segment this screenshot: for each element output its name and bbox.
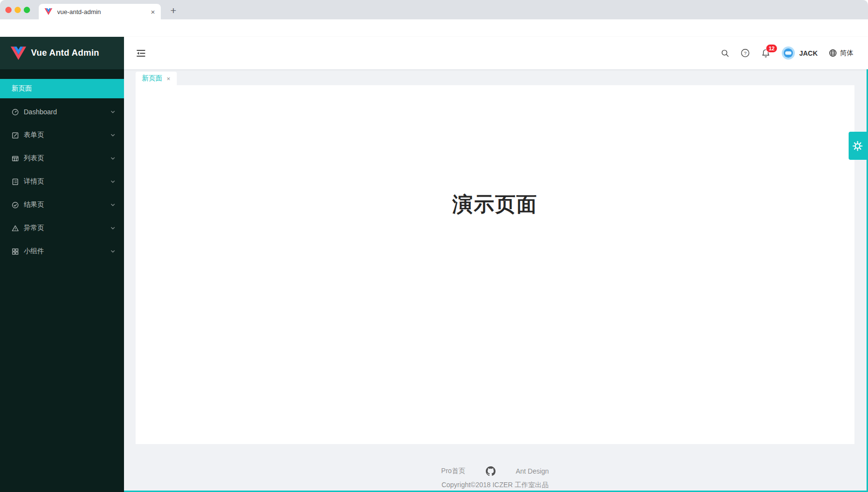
- sidebar-item-forms[interactable]: 表单页: [0, 125, 124, 145]
- page-title: 演示页面: [136, 85, 854, 218]
- tab-close-icon[interactable]: ×: [151, 8, 155, 15]
- chevron-down-icon: [110, 109, 115, 114]
- sidebar-item-widgets[interactable]: 小组件: [0, 242, 124, 261]
- gear-icon: [852, 140, 863, 152]
- check-circle-icon: [12, 201, 19, 209]
- sidebar-item-label: 详情页: [24, 177, 106, 186]
- window-close-button[interactable]: [5, 7, 12, 13]
- browser-tab-title: vue-antd-admin: [57, 8, 146, 15]
- language-switcher[interactable]: 简体: [829, 49, 853, 58]
- globe-icon: [829, 49, 837, 57]
- sidebar-item-lists[interactable]: 列表页: [0, 149, 124, 168]
- app-header: ? 12 JACK 简体: [124, 37, 868, 69]
- vue-logo-icon: [11, 46, 26, 60]
- sidebar-item-details[interactable]: 详情页: [0, 172, 124, 191]
- browser-tab-strip: vue-antd-admin × +: [0, 0, 868, 19]
- table-icon: [12, 155, 19, 162]
- page-panel: 演示页面: [136, 85, 854, 444]
- sidebar-item-label: 异常页: [24, 224, 106, 232]
- sidebar-item-new-page[interactable]: 新页面: [0, 79, 124, 98]
- chevron-down-icon: [110, 133, 115, 138]
- footer: Pro首页 Ant Design Copyright©2018 ICZER 工作…: [136, 466, 854, 490]
- copyright-text: Copyright©2018 ICZER 工作室出品: [136, 481, 854, 490]
- svg-text:?: ?: [744, 50, 747, 56]
- chevron-down-icon: [110, 249, 115, 254]
- sidebar-item-results[interactable]: 结果页: [0, 195, 124, 215]
- window-minimize-button[interactable]: [15, 7, 21, 13]
- appstore-icon: [12, 248, 19, 255]
- chevron-down-icon: [110, 156, 115, 161]
- browser-tab[interactable]: vue-antd-admin ×: [39, 4, 161, 19]
- vue-favicon: [45, 8, 52, 15]
- sidebar-item-label: Dashboard: [24, 108, 106, 116]
- settings-drawer-button[interactable]: [849, 132, 867, 160]
- dashboard-icon: [12, 108, 19, 116]
- profile-icon: [12, 178, 19, 185]
- sidebar-menu: 新页面 Dashboard 表单页 列表页: [0, 69, 124, 261]
- notification-bell-icon[interactable]: 12: [761, 48, 771, 58]
- chevron-down-icon: [110, 226, 115, 231]
- page-tab-new-page[interactable]: 新页面 ×: [136, 72, 177, 85]
- new-tab-button[interactable]: +: [167, 4, 180, 17]
- sidebar-item-exceptions[interactable]: 异常页: [0, 218, 124, 238]
- menu-fold-icon[interactable]: [136, 48, 146, 59]
- sidebar-item-label: 结果页: [24, 200, 106, 209]
- help-icon[interactable]: ?: [741, 48, 750, 58]
- language-label: 简体: [840, 49, 853, 58]
- github-icon[interactable]: [486, 466, 496, 476]
- search-icon[interactable]: [721, 49, 729, 58]
- app-logo[interactable]: Vue Antd Admin: [0, 37, 124, 69]
- content-area: 新页面 × 演示页面 Pro首页 Ant Design Copyright©20…: [124, 69, 868, 492]
- sidebar: Vue Antd Admin 新页面 Dashboard 表单页 列表页: [0, 37, 124, 492]
- page-tab-close-icon[interactable]: ×: [167, 75, 170, 82]
- sidebar-item-label: 表单页: [24, 131, 106, 139]
- sidebar-item-label: 列表页: [24, 154, 106, 163]
- app-title: Vue Antd Admin: [31, 48, 99, 58]
- user-menu[interactable]: JACK: [782, 46, 818, 60]
- notification-badge: 12: [766, 44, 777, 53]
- chevron-down-icon: [110, 179, 115, 184]
- page-tab-label: 新页面: [142, 74, 162, 83]
- browser-toolbar: localhost:8080/#/newPage G文 ☆ h: [0, 19, 868, 37]
- user-name: JACK: [799, 49, 818, 57]
- user-avatar: [782, 46, 795, 60]
- sidebar-item-dashboard[interactable]: Dashboard: [0, 102, 124, 122]
- sidebar-item-label: 新页面: [12, 84, 32, 93]
- footer-link-pro-home[interactable]: Pro首页: [441, 467, 465, 476]
- warning-icon: [12, 225, 19, 232]
- form-icon: [12, 132, 19, 139]
- footer-link-ant-design[interactable]: Ant Design: [516, 467, 549, 475]
- window-zoom-button[interactable]: [24, 7, 30, 13]
- sidebar-item-label: 小组件: [24, 247, 106, 256]
- chevron-down-icon: [110, 202, 115, 207]
